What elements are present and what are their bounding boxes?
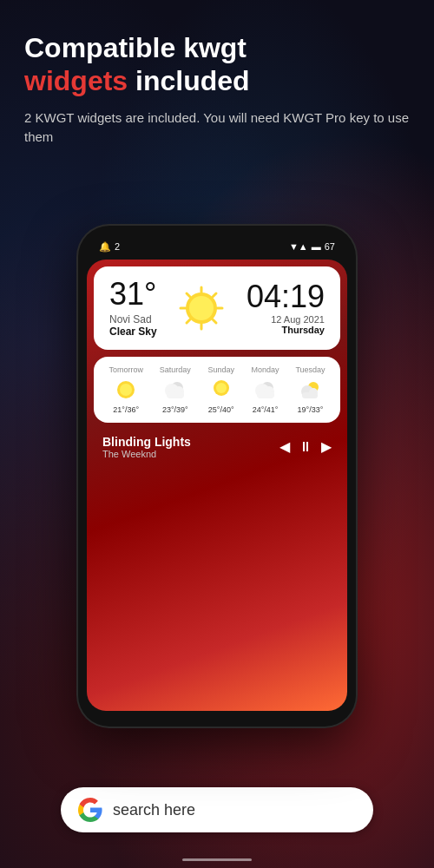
svg-rect-21 [257,391,274,398]
song-title: Blinding Lights [102,435,191,449]
header-title-part1: Compatible kwgt [24,32,247,63]
battery-level: 67 [325,241,335,252]
notification-count: 2 [115,241,120,252]
header-subtitle: 2 KWGT widgets are included. You will ne… [24,108,410,148]
google-logo [78,798,102,822]
forecast-card: Tomorrow 21°/36° Saturday [94,357,340,423]
svg-point-11 [120,384,132,396]
forecast-icon-1 [161,376,189,404]
svg-line-8 [213,293,216,297]
forecast-icon-4 [296,376,324,404]
notification-icon: 🔔 [99,241,111,253]
svg-point-17 [216,383,227,393]
status-right: ▼▲ ▬ 67 [289,241,335,252]
temperature: 31° [109,279,157,310]
header-title-part2: included [135,65,250,96]
home-indicator [182,858,252,861]
header-section: Compatible kwgt widgets included 2 KWGT … [0,0,434,165]
music-area: Blinding Lights The Weeknd ◀ ⏸ ▶ [94,430,340,464]
city-name: Novi Sad [109,313,157,326]
pause-button[interactable]: ⏸ [299,439,312,455]
forecast-icon-2 [207,376,235,404]
time-display: 04:19 [247,281,325,312]
battery-icon: ▬ [312,241,321,252]
next-button[interactable]: ▶ [321,438,332,455]
forecast-sunday: Sunday 25°/40° [207,365,235,414]
svg-line-6 [187,293,190,297]
phone-mockup: 🔔 2 ▼▲ ▬ 67 31° Novi Sad Clear Sky [61,165,373,787]
sky-description: Clear Sky [109,326,157,338]
phone-body: 🔔 2 ▼▲ ▬ 67 31° Novi Sad Clear Sky [78,226,356,727]
sun-icon [177,284,226,332]
forecast-tuesday: Tuesday 19°/33° [295,365,325,414]
search-placeholder[interactable]: search here [113,801,195,819]
weather-card-main: 31° Novi Sad Clear Sky [94,266,340,350]
signal-icons: ▼▲ [289,241,308,252]
svg-line-7 [213,319,216,323]
header-title: Compatible kwgt widgets included [24,31,410,98]
date-display: 12 Aug 2021 [271,314,325,325]
bottom-indicator [182,858,252,868]
weather-left: 31° Novi Sad Clear Sky [109,279,157,338]
music-controls[interactable]: ◀ ⏸ ▶ [279,438,332,455]
status-left: 🔔 2 [99,241,120,253]
day-display: Thursday [281,325,325,335]
svg-point-1 [189,296,214,320]
search-bar[interactable]: search here [61,787,373,832]
header-title-highlight: widgets [24,65,128,96]
search-bar-section: search here [0,787,434,858]
svg-line-9 [187,319,190,323]
song-artist: The Weeknd [102,449,191,459]
prev-button[interactable]: ◀ [279,438,290,455]
svg-rect-15 [167,391,184,398]
music-info: Blinding Lights The Weeknd [102,435,191,459]
forecast-saturday: Saturday 23°/39° [160,365,191,414]
svg-rect-25 [302,392,318,398]
forecast-tomorrow: Tomorrow 21°/36° [108,365,143,414]
phone-screen: 31° Novi Sad Clear Sky [87,260,347,711]
weather-right: 04:19 12 Aug 2021 Thursday [247,281,325,335]
status-bar: 🔔 2 ▼▲ ▬ 67 [87,238,347,260]
forecast-icon-3 [252,376,279,404]
forecast-icon-0 [112,376,140,404]
forecast-monday: Monday 24°/41° [252,365,279,414]
